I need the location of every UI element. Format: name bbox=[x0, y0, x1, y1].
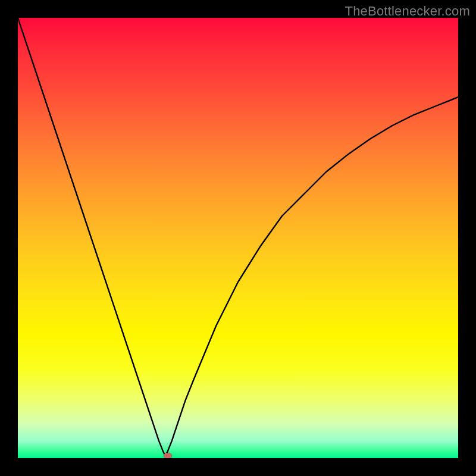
minimum-marker bbox=[164, 453, 172, 458]
bottleneck-curve bbox=[18, 18, 458, 458]
chart-frame: TheBottlenecker.com bbox=[0, 0, 476, 476]
watermark-text: TheBottlenecker.com bbox=[345, 4, 470, 19]
plot-area bbox=[18, 18, 458, 458]
